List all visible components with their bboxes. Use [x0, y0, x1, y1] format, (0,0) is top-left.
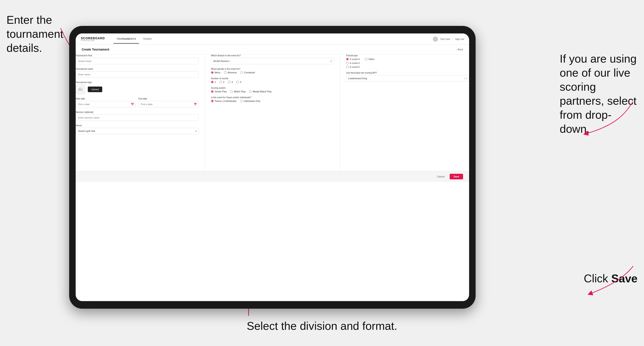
venue-group: Venue Search golf club ▾ [76, 124, 199, 134]
nav-link-teams[interactable]: TEAMS [140, 34, 154, 44]
scoring-stroke[interactable]: Stroke Play [211, 90, 227, 93]
rounds-radio-group: 1 2 3 4 [211, 81, 334, 83]
rounds-2[interactable]: 2 [220, 81, 224, 83]
division-select-wrapper: NCAA Division I ▾ [211, 58, 334, 64]
scoring-match[interactable]: Match Play [230, 90, 246, 93]
form-col-1: Tournament Host Tournament name Tourname… [76, 54, 205, 171]
nav-link-tournaments[interactable]: TOURNAMENTS [114, 34, 139, 44]
teams-plus-individuals[interactable]: Teams (+Individuals) [211, 100, 236, 102]
start-date-input[interactable] [76, 101, 136, 108]
user-name: Test User [440, 38, 450, 40]
rounds-1-label: 1 [215, 81, 216, 83]
rounds-1[interactable]: 1 [211, 81, 216, 83]
format-6count5[interactable]: 6 count 5 [346, 66, 469, 68]
format-other-radio[interactable] [365, 58, 368, 60]
svg-rect-0 [79, 88, 82, 91]
gender-womens-radio[interactable] [224, 71, 226, 74]
scoring-radio-group: Stroke Play Match Play Medal Match Play [211, 90, 334, 93]
cancel-button[interactable]: Cancel [434, 174, 447, 179]
end-date-input[interactable] [138, 101, 198, 108]
annotation-bottom-center: Select the division and format. [247, 319, 397, 333]
format-type-group: Format type 5 count 4 Other [346, 54, 469, 68]
tablet-screen: SCOREBOARD Powered by clippi TOURNAMENTS… [76, 33, 469, 301]
format-5count4-label: 5 count 4 [350, 58, 360, 60]
format-type-label: Format type [346, 54, 469, 57]
nav-right: Test User | Sign out [433, 36, 464, 42]
rounds-4-label: 4 [240, 81, 241, 83]
scoring-medal-match-radio[interactable] [249, 90, 252, 93]
end-date-wrapper: 📅 [138, 101, 198, 108]
page-header: Create Tournament ‹ Back [76, 45, 469, 54]
gender-combined-label: Combined [244, 71, 255, 74]
format-other[interactable]: Other [365, 58, 375, 60]
format-6count4-label: 6 count 4 [350, 62, 360, 64]
scoring-label: Scoring system [211, 87, 334, 89]
brand-title: SCOREBOARD [81, 37, 105, 40]
format-row-1: 5 count 4 Other [346, 58, 469, 60]
rounds-3[interactable]: 3 [228, 81, 233, 83]
division-label: Which division is the event for? [211, 54, 334, 57]
scoring-match-label: Match Play [234, 90, 246, 93]
rounds-4[interactable]: 4 [236, 81, 241, 83]
upload-button[interactable]: Upload [88, 87, 102, 92]
gender-combined-radio[interactable] [240, 71, 243, 74]
scoring-match-radio[interactable] [230, 90, 233, 93]
format-type-options: 5 count 4 Other 6 count 4 [346, 58, 469, 68]
tournament-host-label: Tournament Host [76, 54, 199, 57]
start-date-label: Start date [76, 98, 136, 100]
rounds-2-radio[interactable] [220, 81, 222, 83]
gender-mens[interactable]: Mens [211, 71, 220, 74]
avatar [433, 36, 438, 42]
tournament-name-input[interactable] [76, 71, 199, 78]
teams-group: Is this event for Teams and/or Individua… [211, 96, 334, 102]
end-date-label: End date [138, 98, 198, 100]
scoring-stroke-label: Stroke Play [215, 90, 227, 93]
scoring-medal-match[interactable]: Medal Match Play [249, 90, 272, 93]
gender-group: Which gender is the event for? Mens Wome… [211, 68, 334, 74]
tournament-name-label: Tournament name [76, 68, 199, 70]
rounds-1-radio[interactable] [211, 81, 214, 83]
format-6count4[interactable]: 6 count 4 [346, 62, 469, 64]
rounds-group: Number of rounds 1 2 [211, 77, 334, 83]
format-6count5-radio[interactable] [346, 66, 349, 68]
signout-link[interactable]: Sign out [455, 38, 464, 40]
rounds-3-radio[interactable] [228, 81, 230, 83]
live-scoring-value: Leaderboard King [348, 77, 367, 80]
sponsor-input[interactable] [76, 114, 199, 121]
teams-plus-radio[interactable] [211, 100, 214, 102]
back-link[interactable]: ‹ Back [456, 48, 463, 51]
venue-select[interactable]: Search golf club [76, 128, 199, 134]
scoring-stroke-radio[interactable] [211, 90, 214, 93]
search-team-input[interactable] [76, 58, 199, 64]
rounds-4-radio[interactable] [236, 81, 239, 83]
individuals-only-radio[interactable] [240, 100, 242, 102]
gender-mens-radio[interactable] [211, 71, 214, 74]
navbar: SCOREBOARD Powered by clippi TOURNAMENTS… [76, 33, 469, 45]
logo-row: Upload [76, 85, 199, 94]
teams-radio-group: Teams (+Individuals) Individuals Only [211, 100, 334, 102]
live-scoring-close-icon[interactable]: × ‡ [464, 77, 467, 80]
division-select[interactable]: NCAA Division I [211, 58, 334, 64]
save-button[interactable]: Save [450, 174, 463, 179]
annotation-bottom-right: Click Save [584, 272, 638, 286]
gender-combined[interactable]: Combined [240, 71, 255, 74]
tournament-logo-group: Tournament logo Upload [76, 81, 199, 94]
teams-plus-label: Teams (+Individuals) [215, 100, 236, 102]
gender-radio-group: Mens Womens Combined [211, 71, 334, 74]
sponsor-label: Sponsor (optional) [76, 111, 199, 113]
gender-womens[interactable]: Womens [224, 71, 237, 74]
date-row: Start date 📅 End date 📅 [76, 98, 199, 108]
logo-placeholder [76, 85, 85, 94]
live-scoring-input-wrap[interactable]: Leaderboard King × ‡ [346, 75, 469, 82]
format-6count4-radio[interactable] [346, 62, 349, 64]
form-col-2: Which division is the event for? NCAA Di… [205, 54, 340, 171]
format-5count4[interactable]: 5 count 4 [346, 58, 360, 60]
scoring-medal-match-label: Medal Match Play [253, 90, 272, 93]
form-col-3: Format type 5 count 4 Other [340, 54, 469, 171]
brand-sub: Powered by clippi [81, 40, 105, 41]
individuals-only-label: Individuals Only [244, 100, 260, 102]
rounds-2-label: 2 [223, 81, 224, 83]
format-5count4-radio[interactable] [346, 58, 349, 60]
live-scoring-group: Use third-party live scoring API? Leader… [346, 72, 469, 82]
individuals-only[interactable]: Individuals Only [240, 100, 260, 102]
